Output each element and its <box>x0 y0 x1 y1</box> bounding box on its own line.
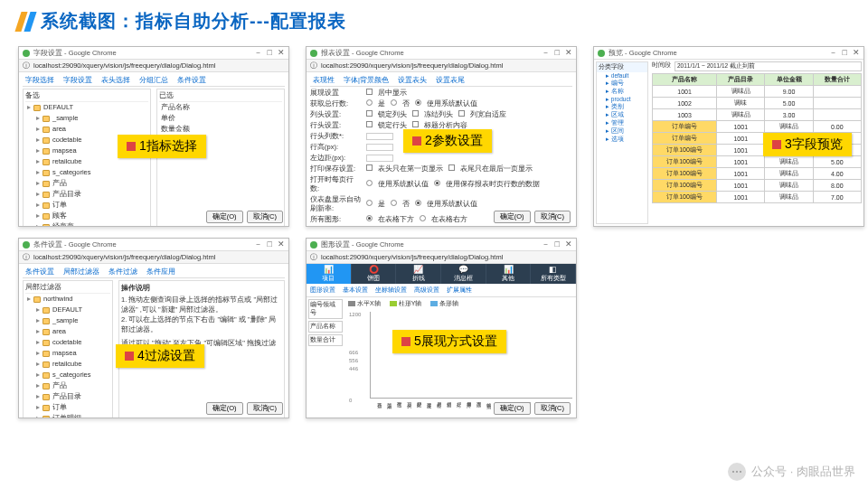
col-head: 已选 <box>159 91 282 102</box>
chart-subtabs[interactable]: 图形设置基本设置坐标轴设置高级设置扩展属性 <box>307 284 576 297</box>
callout-4: 4过滤设置 <box>116 344 204 368</box>
callout-2: 2参数设置 <box>403 129 492 153</box>
available-tree[interactable]: DEFAULT _sample area codetable mapsea re… <box>25 102 148 226</box>
close-icon: ✕ <box>278 49 285 57</box>
ok-button[interactable]: 确定(O) <box>206 402 243 415</box>
chart-type-button[interactable]: ◧所有类型 <box>531 264 576 284</box>
cancel-button[interactable]: 取消(C) <box>534 402 571 415</box>
window-title: 条件设置 - Google Chrome <box>33 240 250 249</box>
url: localhost:29090/xquery/vision/js/freeque… <box>321 61 572 70</box>
window-title: 预览 - Google Chrome <box>609 49 826 58</box>
window-controls[interactable]: －□✕ <box>542 49 572 57</box>
panel-3: 预览 - Google Chrome－□✕ 分类字段 ▸ default▸ 编号… <box>593 46 864 227</box>
panel-5: 图形设置 - Google Chrome－□✕ ⓘlocalhost:29090… <box>306 238 577 418</box>
callout-3: 3字段预览 <box>763 133 852 156</box>
lock-icon: ⓘ <box>310 61 317 70</box>
tab: 条件设置 <box>175 75 209 86</box>
window-title: 图形设置 - Google Chrome <box>321 240 538 249</box>
tabs[interactable]: 条件设置局部过滤器条件过滤条件应用 <box>23 267 285 278</box>
chart-canvas: 04465566661200 <box>370 312 572 399</box>
dialog-footer: 确定(O) 取消(C) <box>206 211 283 223</box>
ok-button[interactable]: 确定(O) <box>494 402 531 415</box>
chart-type-button[interactable]: ⭕饼图 <box>352 264 397 284</box>
selected-list[interactable]: 产品名称单价数量金额 <box>159 102 282 135</box>
slide-title: 系统截图：指标自助分析---配置报表 <box>41 9 346 33</box>
ok-button[interactable]: 确定(O) <box>206 211 243 223</box>
panel-grid: 字段设置 - Google Chrome －□✕ ⓘ localhost:290… <box>0 39 868 418</box>
window-filter: 条件设置 - Google Chrome－□✕ ⓘlocalhost:29090… <box>18 238 289 418</box>
cancel-button[interactable]: 取消(C) <box>534 211 571 223</box>
tab: 字段选择 <box>23 75 57 86</box>
cancel-button[interactable]: 取消(C) <box>247 211 283 223</box>
address-bar: ⓘ localhost:29090/xquery/vision/js/freeq… <box>19 60 288 72</box>
footer-credit: ⋯ 公众号 · 肉眼品世界 <box>728 463 855 481</box>
panel-1: 字段设置 - Google Chrome －□✕ ⓘ localhost:290… <box>18 46 289 227</box>
filter-tree[interactable]: northwind DEFAULT _sample area codetable… <box>25 294 110 418</box>
chrome-icon <box>23 50 30 57</box>
sidebar-head: 分类字段 <box>597 62 647 72</box>
wechat-icon: ⋯ <box>728 463 746 481</box>
panel-4: 条件设置 - Google Chrome－□✕ ⓘlocalhost:29090… <box>18 238 289 418</box>
preview-sidebar[interactable]: 分类字段 ▸ default▸ 编号▸ 名称▸ product▸ 类别▸ 区域▸… <box>596 61 648 224</box>
filter-input[interactable]: 2011/1/1 ~ 2011/12 截止到前 <box>675 61 862 71</box>
tabs[interactable]: 表现性字体|背景颜色设置表头设置表尾 <box>310 75 572 87</box>
titlebar: 字段设置 - Google Chrome －□✕ <box>19 47 288 60</box>
title-stripe-icon <box>18 12 33 32</box>
panel-2: 报表设置 - Google Chrome－□✕ ⓘlocalhost:29090… <box>306 46 577 227</box>
tab: 字段设置 <box>61 75 95 86</box>
chart-type-button[interactable]: 💬消息框 <box>441 264 486 284</box>
chart-legend: 水平X轴 柱形Y轴 条形轴 <box>344 297 576 310</box>
callout-5: 5展现方式设置 <box>392 330 506 353</box>
cancel-button[interactable]: 取消(C) <box>247 402 283 415</box>
window-controls[interactable]: －□✕ <box>254 49 285 57</box>
chart-type-toolbar[interactable]: 📊项目⭕饼图📈折线💬消息框📊其他◧所有类型 <box>307 264 576 284</box>
chart-type-button[interactable]: 📈折线 <box>396 264 441 284</box>
window-chart: 图形设置 - Google Chrome－□✕ ⓘlocalhost:29090… <box>306 238 577 418</box>
min-icon: － <box>254 49 262 57</box>
window-title: 报表设置 - Google Chrome <box>321 49 538 58</box>
chart-field-list[interactable]: 编号领域号 产品名称 数量合计 <box>307 297 344 418</box>
callout-1: 1指标选择 <box>118 135 206 158</box>
param-form: 展现设置 居中显示获取总行数:是 否 使用系统默认值列头设置:锁定列头 冻结列头… <box>310 89 572 226</box>
chart-type-button[interactable]: 📊其他 <box>486 264 532 284</box>
tab: 分组汇总 <box>137 75 171 86</box>
callout-marker-icon <box>127 142 136 151</box>
credit-label: 公众号 · 肉眼品世界 <box>751 464 855 480</box>
chrome-icon <box>310 50 317 57</box>
lock-icon: ⓘ <box>23 61 30 70</box>
window-title: 字段设置 - Google Chrome <box>33 49 250 58</box>
slide-title-bar: 系统截图：指标自助分析---配置报表 <box>0 0 868 39</box>
ok-button[interactable]: 确定(O) <box>494 211 531 223</box>
preview-filter[interactable]: 时间段 2011/1/1 ~ 2011/12 截止到前 <box>652 61 862 71</box>
col-head: 备选 <box>25 91 148 102</box>
chart-type-button[interactable]: 📊项目 <box>307 264 352 284</box>
tab: 表头选择 <box>99 75 133 86</box>
filter-tree-col: 局部过滤器 northwind DEFAULT _sample area cod… <box>23 280 113 418</box>
url: localhost:29090/xquery/vision/js/freeque… <box>33 61 285 70</box>
tabs[interactable]: 字段选择 字段设置 表头选择 分组汇总 条件设置 <box>23 75 285 87</box>
max-icon: □ <box>268 49 272 57</box>
